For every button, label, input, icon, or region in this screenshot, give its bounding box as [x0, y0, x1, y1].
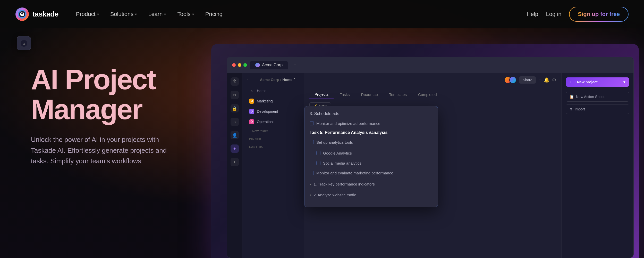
notification-icon[interactable]: 🔔: [544, 77, 549, 83]
hero-subtitle: Unlock the power of AI in your projects …: [31, 134, 175, 167]
panel-item-marketing[interactable]: M Marketing: [247, 96, 300, 106]
marketing-icon: M: [249, 99, 254, 104]
task-checkbox-5[interactable]: [310, 171, 314, 175]
browser-dots: [232, 63, 247, 67]
learn-chevron-icon: ▾: [164, 12, 166, 16]
share-button[interactable]: Share: [519, 76, 536, 84]
nav-items: Product ▾ Solutions ▾ Learn ▾ Tools ▾ Pr…: [71, 8, 227, 20]
panel-item-development[interactable]: D Development: [247, 107, 300, 116]
new-project-button[interactable]: + + New project ▾: [566, 77, 629, 87]
task-checkbox-3[interactable]: [316, 151, 320, 155]
breadcrumb-page: Home ˅: [282, 78, 295, 82]
task-google-analytics: Google Analytics: [316, 149, 433, 158]
task-sub-items: Google Analytics Social media analytics: [316, 149, 433, 168]
home-icon-floating: ⌂: [21, 40, 27, 47]
solutions-chevron-icon: ▾: [135, 12, 137, 16]
left-panel: ← → Acme Corp › Home ˅ ⌂: [242, 73, 304, 258]
logo-text: taskade: [32, 10, 58, 18]
task-analytics-setup: Set up analytics tools: [310, 138, 433, 147]
sidebar-icon-ai[interactable]: ✦: [231, 144, 239, 153]
task-item-ad-performance: Monitor and optimize ad performance: [310, 119, 433, 128]
nav-item-solutions[interactable]: Solutions ▾: [106, 8, 142, 20]
task-section-header: 3. Schedule ads: [310, 111, 433, 116]
logo-icon: [15, 7, 29, 21]
task5-header: Task 5: Performance Analysis #analysis: [310, 130, 433, 135]
panel-item-operations[interactable]: O Operations: [247, 117, 300, 126]
sidebar-icon-sync[interactable]: ↻: [231, 91, 239, 99]
nav-item-pricing[interactable]: Pricing: [201, 8, 227, 20]
sidebar-icon-lock[interactable]: 🔒: [231, 104, 239, 112]
tab-favicon: [255, 63, 260, 67]
new-folder-button[interactable]: + New folder: [247, 127, 300, 134]
action-sheet-button[interactable]: 📋 New Action Sheet: [566, 92, 629, 102]
app-window-inner: Acme Corp + ⏱ ↻ 🔒 ⌂ 👤 ✦ +: [227, 57, 634, 258]
task-monitor-marketing: Monitor and evaluate marketing performan…: [310, 169, 433, 178]
task-checkbox-2[interactable]: [310, 140, 314, 144]
operations-icon: O: [249, 119, 254, 124]
toolbar-actions: Share + 🔔 ⚙: [506, 76, 556, 84]
task-card: 3. Schedule ads Monitor and optimize ad …: [304, 106, 438, 207]
product-chevron-icon: ▾: [97, 12, 99, 16]
action-sheet-icon: 📋: [570, 95, 574, 99]
import-icon: ⬆: [570, 107, 573, 111]
login-button[interactable]: Log in: [546, 11, 561, 18]
hero-section: AI Project Manager Unlock the power of A…: [31, 49, 191, 167]
right-panel: + + New project ▾ 📋 New Action Sheet ⬆ I…: [561, 73, 633, 258]
tab-projects[interactable]: Projects: [309, 90, 334, 99]
panel-header: ← → Acme Corp › Home ˅: [247, 77, 300, 82]
sidebar-icon-home[interactable]: ⌂: [231, 118, 239, 126]
nav-item-learn[interactable]: Learn ▾: [143, 8, 171, 20]
signup-button[interactable]: Sign up for free: [569, 7, 629, 22]
tab-templates[interactable]: Templates: [384, 90, 412, 99]
navbar-left: taskade Product ▾ Solutions ▾ Learn ▾ To…: [15, 7, 227, 21]
import-button[interactable]: ⬆ Import: [566, 104, 629, 114]
nav-item-tools[interactable]: Tools ▾: [173, 8, 198, 20]
tools-chevron-icon: ▾: [192, 12, 194, 16]
navbar: taskade Product ▾ Solutions ▾ Learn ▾ To…: [0, 0, 644, 28]
home-icon: ⌂: [249, 88, 254, 93]
dropdown-chevron-icon: ▾: [623, 80, 625, 84]
close-dot: [232, 63, 236, 67]
sidebar-icon-add[interactable]: +: [231, 158, 239, 166]
forward-icon[interactable]: →: [252, 77, 256, 82]
task-checkbox[interactable]: [310, 121, 314, 125]
task-social-analytics: Social media analytics: [316, 159, 433, 168]
back-icon[interactable]: ←: [247, 77, 251, 82]
task-kpi: • 1. Track key performance indicators: [310, 180, 433, 189]
tab-completed[interactable]: Completed: [413, 90, 442, 99]
navbar-right: Help Log in Sign up for free: [527, 7, 629, 22]
app-window-bg: Acme Corp + ⏱ ↻ 🔒 ⌂ 👤 ✦ +: [211, 44, 639, 258]
nav-item-product[interactable]: Product ▾: [71, 8, 104, 20]
minimize-dot: [238, 63, 241, 67]
main-content: AI Project Manager Unlock the power of A…: [0, 28, 644, 258]
avatar-2: [509, 76, 516, 84]
hero-title: AI Project Manager: [31, 64, 191, 124]
floating-home-button[interactable]: ⌂: [17, 36, 31, 50]
main-panel: Share + 🔔 ⚙ Projects Tasks Roadmap Templ: [304, 73, 561, 258]
sidebar-icon-timer[interactable]: ⏱: [231, 77, 239, 86]
last-modified-label: LAST MO...: [247, 142, 300, 150]
help-link[interactable]: Help: [527, 11, 538, 18]
browser-chrome: Acme Corp +: [227, 57, 633, 73]
browser-tab[interactable]: Acme Corp: [250, 61, 288, 69]
breadcrumb-company: Acme Corp: [260, 78, 279, 82]
add-action-icon[interactable]: +: [538, 77, 541, 83]
logo[interactable]: taskade: [15, 7, 58, 21]
main-tabs: Projects Tasks Roadmap Templates Complet…: [304, 87, 561, 99]
sidebar-icon-user[interactable]: 👤: [231, 131, 239, 139]
app-sidebar: ⏱ ↻ 🔒 ⌂ 👤 ✦ +: [227, 73, 242, 258]
new-tab-button[interactable]: +: [293, 62, 296, 68]
toolbar-avatars: [506, 76, 516, 84]
tab-roadmap[interactable]: Roadmap: [356, 90, 383, 99]
task-checkbox-4[interactable]: [316, 161, 320, 165]
task-website-traffic: • 2. Analyze website traffic: [310, 191, 433, 200]
app-body: ⏱ ↻ 🔒 ⌂ 👤 ✦ + ← →: [227, 73, 633, 258]
app-mockup: Acme Corp + ⏱ ↻ 🔒 ⌂ 👤 ✦ +: [211, 49, 623, 255]
settings-icon[interactable]: ⚙: [552, 77, 556, 83]
tab-tasks[interactable]: Tasks: [335, 90, 355, 99]
main-toolbar: Share + 🔔 ⚙: [304, 73, 561, 87]
pinned-label: PINNED: [247, 134, 300, 142]
development-icon: D: [249, 109, 254, 114]
plus-icon: +: [570, 80, 572, 84]
panel-item-home[interactable]: ⌂ Home: [247, 86, 300, 95]
